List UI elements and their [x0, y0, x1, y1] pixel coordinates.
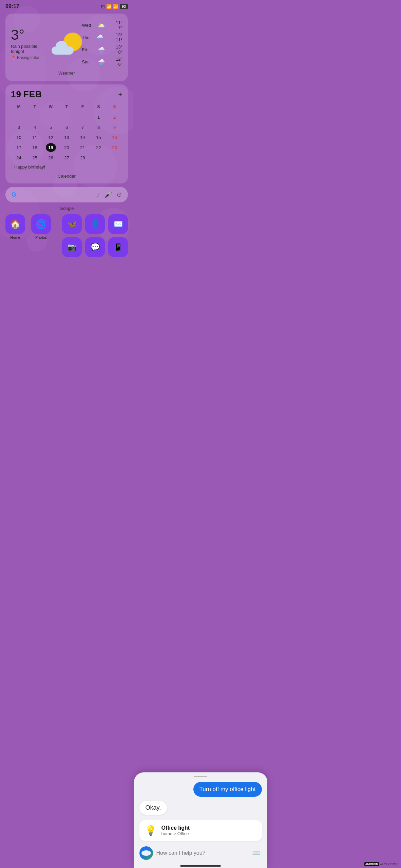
- app-messages[interactable]: 💬: [85, 237, 105, 257]
- forecast-sat: Sat 🌧️ 12° 6°: [82, 56, 123, 68]
- cal-day-14[interactable]: 14: [78, 133, 88, 142]
- cal-day-22[interactable]: 22: [94, 143, 104, 152]
- forecast-day-wed: Wed: [82, 23, 92, 28]
- calendar-date-display: 19 FEB: [11, 89, 42, 100]
- cal-week-4: 17 18 19 20 21 22 23: [11, 143, 122, 152]
- cal-week-1: 1 2: [11, 113, 122, 121]
- forecast-icon-wed: 🌥️: [92, 22, 111, 28]
- cal-week-3: 10 11 12 13 14 15 16: [11, 133, 122, 142]
- search-actions: ♪ 🎤 ⊙: [97, 191, 122, 198]
- calendar-widget[interactable]: 19 FEB + M T W T F S S 1: [5, 84, 128, 183]
- cal-day-18[interactable]: 18: [30, 143, 40, 152]
- weather-left: 3° Rain possible tonight 📍 Basingstoke: [11, 27, 52, 60]
- lens-search-icon[interactable]: ⊙: [117, 191, 122, 198]
- cal-day-6[interactable]: 6: [62, 123, 72, 132]
- cal-day-7[interactable]: 7: [78, 123, 88, 132]
- cal-day-3[interactable]: 3: [14, 123, 24, 132]
- cal-day-9[interactable]: 9: [110, 123, 120, 132]
- apps-row: 🏠 Home 🌀 Photos 🦋 👤 ✉️ 📷 💬 📱: [0, 211, 133, 257]
- forecast-icon-thu: 🌧️: [91, 34, 109, 41]
- cal-day-11[interactable]: 11: [30, 133, 40, 142]
- event-dot: [11, 163, 12, 170]
- weather-description: Rain possible tonight: [11, 44, 52, 54]
- forecast-day-fri: Fri: [82, 47, 92, 52]
- cal-day-10[interactable]: 10: [14, 133, 24, 142]
- cal-week-5: 24 25 26 27 28: [11, 153, 122, 162]
- cal-day-23[interactable]: 23: [110, 143, 120, 152]
- cal-header-t1: T: [30, 102, 40, 111]
- apps-grid-container: 🦋 👤 ✉️ 📷 💬 📱: [62, 214, 128, 257]
- cal-day-2[interactable]: 2: [110, 113, 120, 121]
- cal-day-24[interactable]: 24: [14, 153, 24, 162]
- forecast-temps-thu: 13° 11°: [109, 32, 122, 42]
- cal-day-16[interactable]: 16: [110, 133, 120, 142]
- forecast-fri: Fri 🌧️ 13° 8°: [82, 43, 123, 56]
- cal-header-w: W: [46, 102, 56, 111]
- cal-day-1[interactable]: 1: [94, 113, 104, 121]
- cal-day-28[interactable]: 28: [78, 153, 88, 162]
- forecast-temps-wed: 11° 7°: [111, 20, 122, 30]
- cal-day-12[interactable]: 12: [46, 133, 56, 142]
- calendar-day-number: 19: [11, 89, 21, 100]
- app-butterfly[interactable]: 🦋: [62, 214, 82, 234]
- event-text: Happy birthday!: [14, 164, 45, 170]
- weather-temperature: 3°: [11, 27, 52, 43]
- add-event-button[interactable]: +: [118, 90, 122, 99]
- cal-day-8[interactable]: 8: [94, 123, 104, 132]
- cal-header-t2: T: [62, 102, 72, 111]
- battery-indicator: 93: [120, 4, 128, 9]
- voice-search-icon[interactable]: 🎤: [104, 191, 112, 198]
- cal-day-27[interactable]: 27: [62, 153, 72, 162]
- forecast-temps-fri: 13° 8°: [111, 44, 122, 55]
- cal-day-19-today[interactable]: 19: [46, 143, 56, 152]
- weather-widget[interactable]: 3° Rain possible tonight 📍 Basingstoke W…: [5, 14, 128, 81]
- signal-icon: 📶: [113, 4, 118, 9]
- google-search-bar[interactable]: G ♪ 🎤 ⊙: [5, 187, 128, 202]
- cal-day-20[interactable]: 20: [62, 143, 72, 152]
- weather-icon: [52, 33, 82, 55]
- cal-header-s2: S: [110, 102, 120, 111]
- forecast-wed: Wed 🌥️ 11° 7°: [82, 19, 123, 31]
- cal-day-26[interactable]: 26: [46, 153, 56, 162]
- forecast-temps-sat: 12° 6°: [111, 57, 122, 67]
- status-bar: 09:17 ⊡ 📶 📶 93: [0, 0, 133, 11]
- calendar-month: FEB: [23, 89, 42, 100]
- calendar-header-row: M T W T F S S: [11, 102, 122, 111]
- status-icons: ⊡ 📶 📶 93: [101, 4, 128, 9]
- cal-header-m: M: [14, 102, 24, 111]
- screenshot-icon: ⊡: [101, 4, 105, 9]
- forecast-day-thu: Thu: [82, 35, 91, 40]
- cal-day-5[interactable]: 5: [46, 123, 56, 132]
- weather-label: Weather: [11, 71, 122, 76]
- photos-app-label: Photos: [35, 235, 47, 239]
- google-label: Google: [0, 206, 133, 211]
- google-g-logo: G: [12, 191, 16, 198]
- music-search-icon[interactable]: ♪: [97, 191, 100, 198]
- cal-day-17[interactable]: 17: [14, 143, 24, 152]
- app-misc[interactable]: 📱: [108, 237, 128, 257]
- apps-grid-top: 🦋 👤 ✉️: [62, 214, 128, 234]
- home-app-icon[interactable]: 🏠: [5, 214, 25, 234]
- app-home[interactable]: 🏠 Home: [5, 214, 25, 239]
- cal-day-21[interactable]: 21: [78, 143, 88, 152]
- cal-week-2: 3 4 5 6 7 8 9: [11, 123, 122, 132]
- photos-app-icon[interactable]: 🌀: [31, 214, 51, 234]
- app-photos[interactable]: 🌀 Photos: [31, 214, 51, 239]
- forecast-icon-fri: 🌧️: [92, 46, 111, 53]
- cal-day-15[interactable]: 15: [94, 133, 104, 142]
- cal-day-25[interactable]: 25: [30, 153, 40, 162]
- cal-day-4[interactable]: 4: [30, 123, 40, 132]
- app-instagram[interactable]: 📷: [62, 237, 82, 257]
- app-facebook[interactable]: 👤: [85, 214, 105, 234]
- app-gmail[interactable]: ✉️: [108, 214, 128, 234]
- cal-day-13[interactable]: 13: [62, 133, 72, 142]
- cal-header-f: F: [78, 102, 88, 111]
- cal-header-s1: S: [94, 102, 104, 111]
- calendar-event[interactable]: Happy birthday!: [11, 163, 122, 170]
- weather-forecast: Wed 🌥️ 11° 7° Thu 🌧️ 13° 11° Fri 🌧️ 13° …: [82, 19, 123, 68]
- calendar-grid: M T W T F S S 1 2 3 4 5: [11, 102, 122, 170]
- status-time: 09:17: [5, 3, 19, 9]
- forecast-icon-sat: 🌧️: [92, 59, 111, 65]
- weather-location: 📍 Basingstoke: [11, 55, 52, 60]
- location-pin-icon: 📍: [11, 55, 16, 60]
